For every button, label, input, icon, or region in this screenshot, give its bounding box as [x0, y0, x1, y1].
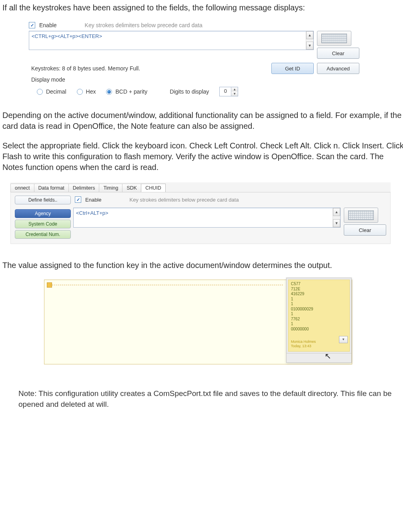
note-line: 1 — [291, 312, 347, 317]
note-menu-button[interactable]: ▼ — [339, 336, 348, 343]
delimiter-hint: Key strokes delimiters below precede car… — [85, 22, 203, 28]
screenshot-chuid-tab: onnect Data format Delimiters Timing SDK… — [10, 182, 391, 244]
field-system-code-button[interactable]: System Code — [15, 220, 71, 228]
note-line: C577 — [291, 282, 347, 287]
tab-data-format[interactable]: Data format — [34, 184, 69, 192]
note-line: 00000000 — [291, 327, 347, 332]
note-timestamp: Today, 13:43 — [291, 344, 347, 348]
scroll-up-icon[interactable]: ▲ — [306, 31, 313, 39]
define-fields-button[interactable]: Define fields.. — [15, 196, 71, 204]
intro-paragraph-1: If all the keystrokes have been assigned… — [2, 2, 403, 13]
digits-label: Digits to display — [170, 88, 209, 95]
keyboard-button[interactable] — [317, 31, 351, 46]
scroll-up-icon[interactable]: ▲ — [333, 208, 340, 216]
keystroke-textbox-2[interactable]: <Ctrl+ALT+p> ▲ ▼ — [73, 208, 341, 228]
note-panel: C577 712E 416229 1 1 0100000029 1 7762 1… — [286, 278, 352, 363]
paragraph-4: The value assigned to the function key i… — [2, 260, 403, 271]
get-id-button[interactable]: Get ID — [271, 63, 314, 74]
tab-connect[interactable]: onnect — [10, 184, 34, 192]
radio-hex-label: Hex — [86, 88, 96, 95]
radio-decimal-label: Decimal — [46, 88, 66, 95]
display-mode-label: Display mode — [31, 76, 359, 83]
tab-timing[interactable]: Timing — [99, 184, 122, 192]
enable-label-2: Enable — [85, 197, 101, 203]
radio-hex[interactable]: Hex — [77, 88, 96, 95]
enable-checkbox[interactable] — [29, 22, 35, 28]
screenshot-openoffice-note: C577 712E 416229 1 1 0100000029 1 7762 1… — [44, 280, 352, 364]
keyboard-button-2[interactable] — [344, 208, 378, 223]
radio-bcd-label: BCD + parity — [115, 88, 147, 95]
spin-down-icon[interactable]: ▼ — [231, 92, 238, 96]
advanced-button[interactable]: Advanced — [317, 63, 359, 74]
keystroke-value-2: <Ctrl+ALT+p> — [74, 208, 333, 227]
paragraph-3: Select the appropriate field. Click the … — [2, 140, 403, 173]
screenshot-keystroke-full: Enable Key strokes delimiters below prec… — [29, 22, 359, 99]
field-agency-button[interactable]: Agency — [15, 209, 71, 218]
scroll-down-icon[interactable]: ▼ — [333, 219, 340, 227]
clear-button-2[interactable]: Clear — [344, 224, 386, 236]
paragraph-2: Depending on the active document/window,… — [2, 110, 403, 132]
keystroke-value: <CTRL+g><ALT+p><ENTER> — [29, 31, 306, 50]
sticky-note[interactable]: C577 712E 416229 1 1 0100000029 1 7762 1… — [288, 280, 350, 352]
note-line: 416229 — [291, 292, 347, 297]
keystroke-textbox[interactable]: <CTRL+g><ALT+p><ENTER> ▲ ▼ — [29, 31, 314, 50]
tab-bar: onnect Data format Delimiters Timing SDK… — [10, 182, 391, 192]
note-author: Monica Holmes — [291, 340, 347, 344]
digits-spinner[interactable]: 0 ▲▼ — [219, 87, 238, 96]
enable-checkbox-2[interactable] — [75, 196, 81, 203]
note-line: 7762 — [291, 317, 347, 322]
keyboard-icon — [348, 210, 374, 220]
scroll-down-icon[interactable]: ▼ — [306, 42, 313, 50]
tab-delimiters[interactable]: Delimiters — [68, 184, 100, 192]
cursor-icon: ↖ — [325, 351, 331, 361]
note-line: 0100000029 — [291, 307, 347, 312]
radio-decimal[interactable]: Decimal — [37, 88, 66, 95]
digits-value: 0 — [220, 87, 231, 96]
delimiter-hint-2: Key strokes delimiters below precede car… — [129, 197, 239, 203]
field-credential-num-button[interactable]: Credential Num. — [15, 230, 71, 239]
note-line: 1 — [291, 302, 347, 307]
note-line: 1 — [291, 297, 347, 302]
status-text: Keystrokes: 8 of 8 bytes used. Memory Fu… — [29, 65, 140, 72]
keyboard-icon — [321, 34, 347, 43]
tab-sdk[interactable]: SDK — [122, 184, 141, 192]
footnote: Note: This configuration utility creates… — [18, 388, 395, 410]
radio-bcd[interactable]: BCD + parity — [106, 88, 147, 95]
tab-chuid[interactable]: CHUID — [141, 184, 166, 192]
scrollbar[interactable]: ▲ ▼ — [306, 31, 313, 50]
spin-up-icon[interactable]: ▲ — [231, 87, 238, 92]
clear-button[interactable]: Clear — [317, 48, 359, 59]
scrollbar-2[interactable]: ▲ ▼ — [333, 208, 340, 227]
enable-label: Enable — [39, 22, 57, 28]
note-line: 1 — [291, 322, 347, 327]
note-line: 712E — [291, 287, 347, 292]
